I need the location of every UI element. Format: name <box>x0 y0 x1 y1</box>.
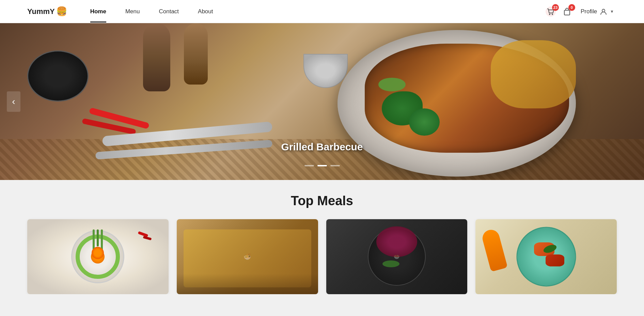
carousel-prev-button[interactable]: ‹ <box>7 91 20 112</box>
cart-button[interactable]: 23 <box>545 6 556 17</box>
hero-background <box>0 23 644 180</box>
profile-icon <box>600 8 607 15</box>
carousel-dot-2[interactable] <box>317 165 327 166</box>
svg-rect-3 <box>564 10 570 15</box>
hero-carousel: ‹ Grilled Barbecue <box>0 23 644 180</box>
meal-card-3[interactable]: 🥗 <box>326 219 468 294</box>
wishlist-button[interactable]: 0 <box>562 6 572 17</box>
navigation: Home Menu Contact About <box>81 1 223 22</box>
broccoli-2 <box>409 108 440 136</box>
sauce-bowl <box>303 54 348 88</box>
top-meals-title: Top Meals <box>27 194 617 208</box>
nav-contact[interactable]: Contact <box>149 1 188 22</box>
wishlist-count-badge: 0 <box>568 4 575 11</box>
carousel-dot-1[interactable] <box>304 165 314 166</box>
svg-point-2 <box>552 14 553 15</box>
profile-dropdown-arrow: ▼ <box>610 9 614 14</box>
carousel-dots <box>304 165 340 166</box>
svg-point-4 <box>602 9 605 12</box>
logo[interactable]: YummY 🍔 <box>27 6 67 17</box>
nav-home[interactable]: Home <box>81 1 116 22</box>
watermark-3: 🥗 <box>394 254 399 259</box>
meal-card-2[interactable]: 🍜 <box>177 219 318 294</box>
peppermill-2 <box>184 23 208 85</box>
carousel-dot-3[interactable] <box>330 165 340 166</box>
meal-image-2: 🍜 <box>177 219 318 294</box>
meal-card-1[interactable] <box>27 219 169 294</box>
meal-image-4 <box>475 219 617 294</box>
bowl-decoration <box>27 50 89 102</box>
nav-menu[interactable]: Menu <box>116 1 150 22</box>
svg-point-1 <box>549 14 550 15</box>
cucumber-decoration <box>378 78 406 91</box>
header-right: 23 0 Profile ▼ <box>545 6 617 17</box>
nav-about[interactable]: About <box>188 1 222 22</box>
hero-slide-title: Grilled Barbecue <box>281 141 363 153</box>
header: YummY 🍔 Home Menu Contact About 23 0 <box>0 0 644 23</box>
meals-grid: 🍜 🥗 <box>27 219 617 294</box>
logo-text: YummY <box>27 7 55 16</box>
logo-icon: 🍔 <box>56 6 67 17</box>
meal-card-4[interactable] <box>475 219 617 294</box>
cart-count-badge: 23 <box>552 4 559 11</box>
top-meals-section: Top Meals <box>0 180 644 294</box>
rice-decoration <box>491 40 576 108</box>
meal-image-1 <box>27 219 169 294</box>
peppermill-1 <box>143 23 170 91</box>
meal-image-3: 🥗 <box>326 219 468 294</box>
profile-button[interactable]: Profile ▼ <box>578 8 617 15</box>
profile-label: Profile <box>581 8 597 15</box>
